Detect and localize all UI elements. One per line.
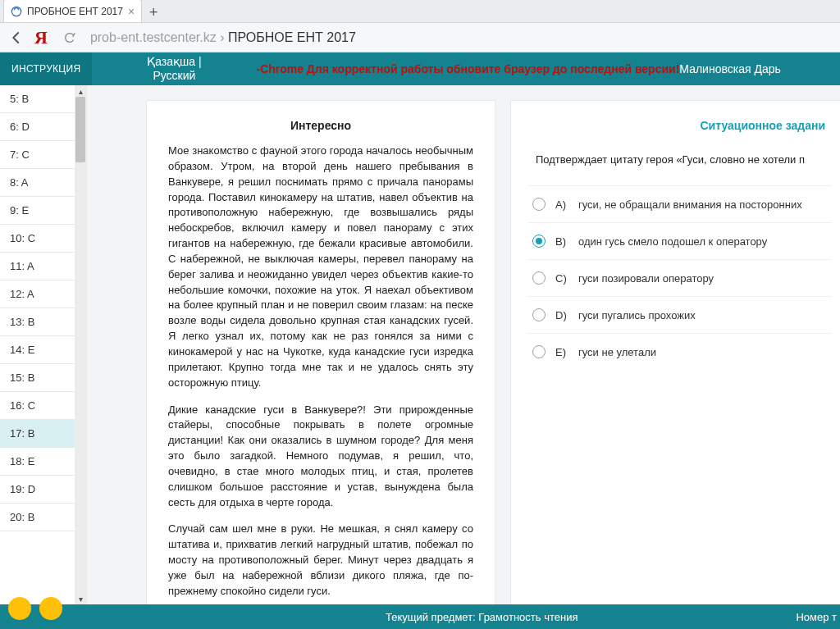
back-button[interactable] [7, 28, 26, 48]
option-text: гуси, не обращали внимания на посторонни… [578, 198, 802, 211]
task-number-label: Номер т [796, 611, 837, 623]
passage-panel: Интересно Мое знакомство с фауной этого … [146, 100, 495, 604]
radio-icon[interactable] [532, 308, 546, 321]
option-letter: C) [555, 272, 578, 285]
content-wrap: Интересно Мое знакомство с фауной этого … [87, 85, 840, 604]
radio-icon[interactable] [532, 198, 546, 211]
instruction-button[interactable]: ИНСТРУКЦИЯ [0, 52, 92, 85]
url-sep: › [217, 30, 228, 44]
url-host: prob-ent.testcenter.kz [90, 30, 217, 44]
scroll-up-button[interactable]: ▴ [75, 85, 86, 97]
sidebar-item[interactable]: 8: A [0, 169, 75, 197]
sidebar-item[interactable]: 7: C [0, 141, 75, 169]
option-text: гуси позировали оператору [578, 272, 714, 285]
sidebar-item[interactable]: 11: A [0, 253, 75, 280]
scroll-down-button[interactable]: ▾ [75, 593, 86, 604]
answer-option[interactable]: B)один гусь смело подошел к оператору [527, 222, 832, 259]
answer-option[interactable]: E)гуси не улетали [527, 333, 832, 370]
favicon-icon [11, 6, 22, 17]
answer-list: 5: B6: D7: C8: A9: E10: C11: A12: A13: B… [0, 85, 75, 604]
lang-ru: Русский [153, 69, 195, 82]
sidebar-item[interactable]: 16: C [0, 392, 75, 420]
close-icon[interactable]: × [128, 5, 135, 18]
option-text: гуси не улетали [578, 346, 656, 358]
passage-title: Интересно [168, 119, 473, 132]
question-panel: Ситуационное задани Подтверждает цитату … [510, 100, 840, 604]
answers-sidebar: 5: B6: D7: C8: A9: E10: C11: A12: A13: B… [0, 85, 87, 604]
answer-option[interactable]: D)гуси пугались прохожих [527, 296, 832, 333]
option-text: один гусь смело подошел к оператору [578, 235, 767, 248]
radio-icon[interactable] [532, 271, 546, 285]
new-tab-button[interactable]: + [142, 2, 165, 22]
answer-option[interactable]: A)гуси, не обращали внимания на посторон… [527, 185, 832, 222]
address-bar: Я prob-ent.testcenter.kz › ПРОБНОЕ ЕНТ 2… [0, 23, 840, 52]
sidebar-item[interactable]: 13: B [0, 308, 75, 336]
question-text: Подтверждает цитату героя «Гуси, словно … [527, 153, 832, 166]
sidebar-item[interactable]: 10: C [0, 225, 75, 253]
lang-kk: Қазақша | [147, 55, 201, 68]
browser-warning: -Chrome Для корректной работы обновите б… [256, 62, 679, 75]
browser-tabbar: ПРОБНОЕ ЕНТ 2017 × + [0, 0, 840, 23]
reload-button[interactable] [61, 29, 79, 47]
top-banner: ИНСТРУКЦИЯ Қазақша | Русский -Chrome Для… [0, 52, 840, 85]
passage-p1: Мое знакомство с фауной этого города нач… [168, 144, 473, 391]
sidebar-item[interactable]: 19: D [0, 476, 75, 504]
main-area: 5: B6: D7: C8: A9: E10: C11: A12: A13: B… [0, 85, 840, 604]
sidebar-scrollbar[interactable]: ▴ ▾ [75, 85, 86, 604]
passage-p3: Случай сам шел мне в руки. Не мешкая, я … [168, 522, 473, 599]
yandex-logo-icon[interactable]: Я [34, 27, 48, 48]
nav-dot-1[interactable] [8, 597, 31, 620]
answer-option[interactable]: C)гуси позировали оператору [527, 259, 832, 296]
username-label: Малиновская Дарь [679, 62, 780, 75]
radio-icon[interactable] [532, 345, 546, 358]
option-letter: D) [555, 309, 578, 321]
sidebar-item[interactable]: 17: B [0, 420, 75, 448]
footer-bar: Текущий предмет: Грамотность чтения Номе… [0, 604, 840, 629]
radio-icon[interactable] [532, 235, 546, 248]
option-letter: E) [555, 346, 578, 358]
sidebar-item[interactable]: 12: A [0, 280, 75, 308]
option-text: гуси пугались прохожих [578, 309, 696, 321]
sidebar-item[interactable]: 14: E [0, 336, 75, 364]
nav-dot-2[interactable] [39, 597, 62, 620]
question-heading: Ситуационное задани [527, 119, 832, 132]
option-letter: B) [555, 235, 578, 248]
current-subject: Текущий предмет: Грамотность чтения [386, 611, 578, 623]
option-letter: A) [555, 198, 578, 211]
options-list: A)гуси, не обращали внимания на посторон… [527, 185, 832, 370]
tab-title: ПРОБНОЕ ЕНТ 2017 [27, 6, 123, 17]
sidebar-item[interactable]: 20: B [0, 504, 75, 531]
url-display[interactable]: prob-ent.testcenter.kz › ПРОБНОЕ ЕНТ 201… [87, 30, 833, 45]
sidebar-item[interactable]: 18: E [0, 448, 75, 476]
passage-p2: Дикие канадские гуси в Ванкувере?! Эти п… [168, 403, 473, 511]
language-switch[interactable]: Қазақша | Русский [92, 55, 256, 83]
sidebar-item[interactable]: 5: B [0, 85, 75, 113]
sidebar-item[interactable]: 6: D [0, 113, 75, 141]
sidebar-item[interactable]: 9: E [0, 197, 75, 225]
url-path: ПРОБНОЕ ЕНТ 2017 [228, 30, 356, 44]
browser-tab[interactable]: ПРОБНОЕ ЕНТ 2017 × [3, 0, 142, 22]
scroll-thumb[interactable] [75, 97, 85, 162]
sidebar-item[interactable]: 15: B [0, 364, 75, 392]
